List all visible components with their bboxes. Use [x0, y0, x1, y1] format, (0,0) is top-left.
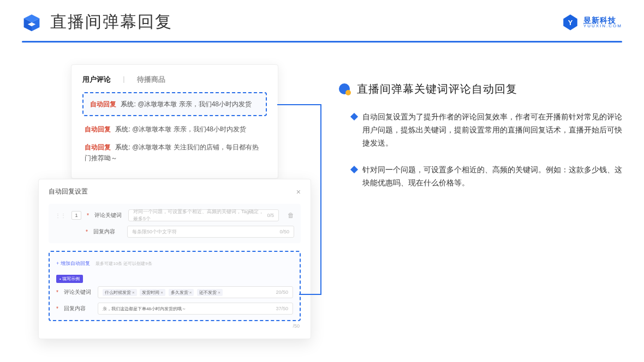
comment-text: @冰墩墩本墩 亲亲，我们48小时内发货 [138, 100, 252, 108]
system-label: 系统: [115, 125, 132, 133]
trash-icon[interactable]: 🗑 [288, 212, 294, 219]
bullet-item: 针对同一个问题，可设置多个相近的、高频的关键词。例如：这款多少钱、这块能优惠吗、… [338, 164, 622, 190]
tab-pending-products[interactable]: 待播商品 [137, 75, 165, 85]
drag-handle-icon[interactable]: ⋮⋮ [55, 213, 66, 219]
reply-label: 回复内容 [93, 228, 122, 236]
required-star: * [86, 229, 88, 235]
auto-reply-tag: 自动回复 [85, 143, 111, 151]
keyword-label: 评论关键词 [94, 212, 123, 219]
comment-tabs: 用户评论 | 待播商品 [82, 75, 267, 85]
keyword-placeholder: 对同一个问题，可设置多个相近、高频的关键词，Tag确定，最多5个 [133, 208, 267, 222]
required-star: * [87, 213, 89, 219]
example-reply-input[interactable]: 亲，我们这边都是下单48小时内发货的哦～ 37/50 [98, 303, 293, 315]
svg-point-6 [345, 90, 351, 95]
example-reply-label: 回复内容 [64, 305, 92, 312]
tab-user-comments[interactable]: 用户评论 [82, 75, 111, 85]
settings-header: 自动回复设置 × [49, 187, 301, 196]
header-left: 直播间弹幕回复 [22, 11, 172, 33]
system-label: 系统: [115, 143, 132, 151]
reply-count: 0/50 [279, 229, 289, 234]
settings-title: 自动回复设置 [49, 187, 88, 196]
svg-text:Y: Y [568, 18, 573, 26]
example-keyword-row: * 评论关键词 什么时候发货× 发货时间× 多久发货× 还不发货× 20/50 [56, 286, 293, 298]
brand-name: 昱新科技 [583, 16, 622, 24]
auto-reply-tag: 自动回复 [90, 100, 116, 108]
diamond-icon [350, 166, 358, 173]
reply-placeholder: 每条限50个中文字符 [132, 228, 177, 236]
tag-chip[interactable]: 发货时间× [140, 289, 165, 296]
example-reply-text: 亲，我们这边都是下单48小时内发货的哦～ [103, 306, 186, 312]
brand: Y 昱新科技 YUUXIN.COM [562, 14, 622, 31]
example-kw-count: 20/50 [276, 289, 288, 295]
outer-count: /50 [49, 321, 301, 329]
brand-text: 昱新科技 YUUXIN.COM [583, 16, 622, 28]
example-reply-row: * 回复内容 亲，我们这边都是下单48小时内发货的哦～ 37/50 [56, 303, 293, 315]
bullet-text: 针对同一个问题，可设置多个相近的、高频的关键词。例如：这款多少钱、这块能优惠吗、… [362, 164, 622, 190]
example-kw-label: 评论关键词 [64, 288, 92, 296]
example-box: + 增加自动回复 最多可建10条 还可以创建9条 • 填写示例 * 评论关键词 … [49, 251, 301, 321]
brand-logo-icon: Y [562, 14, 579, 31]
form-group-main: ⋮⋮ 1 * 评论关键词 对同一个问题，可设置多个相近、高频的关键词，Tag确定… [49, 204, 301, 243]
brand-url: YUUXIN.COM [583, 24, 622, 28]
tag-chip[interactable]: 多久发货× [169, 289, 194, 296]
cube-icon [22, 13, 41, 32]
required-star: * [56, 289, 58, 295]
example-keyword-input[interactable]: 什么时候发货× 发货时间× 多久发货× 还不发货× 20/50 [98, 286, 293, 298]
comment-panel: 用户评论 | 待播商品 自动回复 系统: @冰墩墩本墩 亲亲，我们48小时内发货… [71, 64, 278, 179]
keyword-input[interactable]: 对同一个问题，可设置多个相近、高频的关键词，Tag确定，最多5个 0/5 [128, 209, 279, 221]
example-reply-count: 37/50 [276, 306, 288, 311]
reply-input[interactable]: 每条限50个中文字符 0/50 [127, 226, 294, 238]
tag-chip[interactable]: 还不发货× [197, 289, 223, 296]
reply-row: * 回复内容 每条限50个中文字符 0/50 [55, 226, 294, 238]
page-title: 直播间弹幕回复 [50, 11, 172, 33]
right-column: 直播间弹幕关键词评论自动回复 自动回复设置为了提升作者的评论回复效率，作者可在开… [338, 64, 622, 204]
comment-row-highlighted: 自动回复 系统: @冰墩墩本墩 亲亲，我们48小时内发货 [82, 92, 267, 116]
bullet-icon [338, 83, 351, 96]
tab-divider: | [123, 75, 125, 85]
comment-row: 自动回复 系统: @冰墩墩本墩 亲亲，我们48小时内发货 [82, 122, 267, 139]
close-icon[interactable]: × [296, 188, 301, 196]
auto-reply-settings-panel: 自动回复设置 × ⋮⋮ 1 * 评论关键词 对同一个问题，可设置多个相近、高频的… [38, 179, 311, 339]
index-box: 1 [71, 211, 81, 220]
system-label: 系统: [121, 100, 138, 108]
add-auto-reply-link[interactable]: + 增加自动回复 [56, 260, 90, 267]
bullet-item: 自动回复设置为了提升作者的评论回复效率，作者可在开播前针对常见的评论用户问题，提… [338, 111, 622, 149]
comment-text: @冰墩墩本墩 亲亲，我们48小时内发货 [132, 125, 246, 133]
comment-row: 自动回复 系统: @冰墩墩本墩 关注我们的店铺，每日都有热门推荐呦～ [82, 140, 267, 168]
tag-chip[interactable]: 什么时候发货× [103, 289, 137, 296]
example-badge: • 填写示例 [56, 275, 83, 283]
page-header: 直播间弹幕回复 Y 昱新科技 YUUXIN.COM [0, 0, 644, 33]
section-header: 直播间弹幕关键词评论自动回复 [338, 82, 622, 96]
auto-reply-tag: 自动回复 [85, 125, 111, 133]
add-hint: 最多可建10条 还可以创建9条 [96, 261, 152, 266]
section-title: 直播间弹幕关键词评论自动回复 [357, 82, 517, 96]
keyword-count: 0/5 [267, 213, 274, 218]
required-star: * [56, 306, 58, 312]
keyword-row: ⋮⋮ 1 * 评论关键词 对同一个问题，可设置多个相近、高频的关键词，Tag确定… [55, 209, 294, 221]
bullet-text: 自动回复设置为了提升作者的评论回复效率，作者可在开播前针对常见的评论用户问题，提… [362, 111, 622, 149]
diamond-icon [350, 113, 358, 120]
